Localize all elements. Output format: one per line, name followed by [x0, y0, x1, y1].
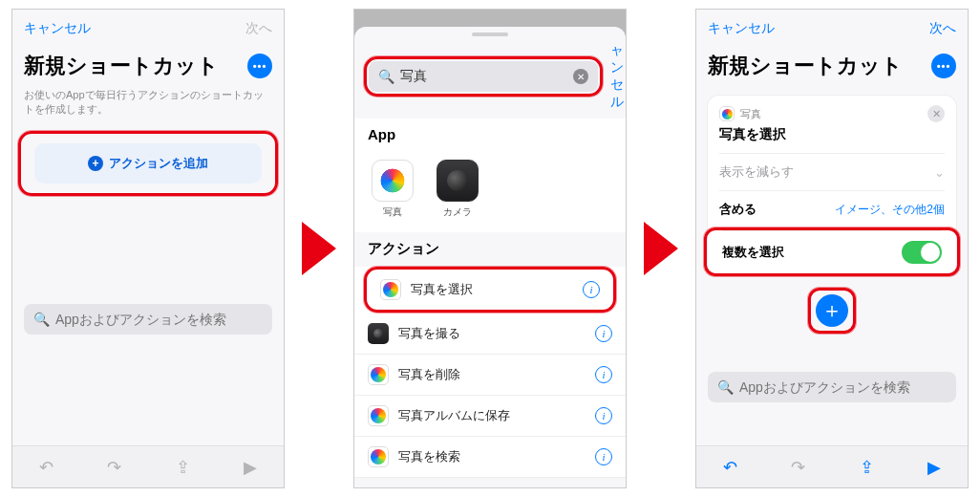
highlight-add-step: ＋	[696, 288, 968, 334]
navigation-bar: キャンセル 次へ	[12, 10, 284, 48]
action-take-photo[interactable]: 写真を撮る i	[354, 313, 626, 355]
add-action-label: アクションを追加	[109, 155, 208, 172]
arrow-icon	[644, 222, 678, 275]
app-camera-label: カメラ	[443, 205, 472, 219]
clear-search-icon[interactable]: ✕	[573, 69, 588, 84]
include-row[interactable]: 含める イメージ、その他2個	[719, 190, 945, 227]
bottom-toolbar: ↶ ↷ ⇪ ▶	[696, 445, 968, 487]
photos-icon	[719, 106, 735, 121]
app-photos-label: 写真	[383, 205, 402, 219]
search-icon: 🔍	[33, 312, 50, 327]
card-header: 写真 ✕	[719, 105, 945, 122]
photos-app-icon	[372, 160, 414, 202]
apps-row: 写真 カメラ	[354, 150, 626, 232]
action-card: 写真 ✕ 写真を選択 表示を減らす ⌄ 含める イメージ、その他2個 複数を選択	[708, 96, 956, 274]
show-less-row[interactable]: 表示を減らす ⌄	[719, 153, 945, 190]
card-app-label: 写真	[740, 107, 761, 121]
play-icon[interactable]: ▶	[927, 457, 941, 478]
action-label: 写真を撮る	[398, 325, 460, 342]
sheet-top-row: 🔍 ✕ ャンセル	[354, 36, 626, 113]
multi-select-toggle[interactable]	[902, 241, 942, 264]
photos-icon	[368, 364, 389, 385]
info-icon[interactable]: i	[595, 366, 612, 383]
photos-icon	[380, 279, 401, 300]
apps-header: App	[354, 119, 626, 150]
page-title-row: 新規ショートカット •••	[12, 48, 284, 88]
cancel-button[interactable]: キャンセル	[708, 20, 775, 37]
photos-icon	[368, 405, 389, 426]
bottom-toolbar: ↶ ↷ ⇪ ▶	[12, 445, 284, 487]
arrow-icon	[302, 222, 336, 275]
info-icon[interactable]: i	[595, 448, 612, 465]
camera-icon	[368, 323, 389, 344]
camera-app-icon	[437, 160, 479, 202]
search-input[interactable]	[400, 69, 567, 84]
card-action-title: 写真を選択	[719, 126, 945, 143]
action-picker-sheet: 🔍 ✕ ャンセル App 写真 カメラ アクション 写	[354, 27, 626, 487]
undo-icon[interactable]: ↶	[723, 457, 737, 478]
page-title: 新規ショートカット	[24, 52, 219, 80]
actions-list: 写真を選択 i 写真を撮る i 写真を削除 i 写真アルバムに保存 i	[354, 267, 626, 478]
multi-select-row: 複数を選択	[722, 230, 942, 273]
next-button[interactable]: 次へ	[245, 20, 272, 37]
action-save-album[interactable]: 写真アルバムに保存 i	[354, 396, 626, 437]
app-photos[interactable]: 写真	[372, 160, 414, 219]
page-title-row: 新規ショートカット •••	[696, 48, 968, 88]
highlight-select-photos: 写真を選択 i	[364, 267, 616, 313]
include-label: 含める	[719, 201, 756, 218]
play-icon[interactable]: ▶	[244, 457, 257, 478]
info-icon[interactable]: i	[595, 325, 612, 342]
page-title: 新規ショートカット	[708, 52, 903, 80]
search-bar[interactable]: 🔍	[708, 372, 956, 402]
action-label: 写真アルバムに保存	[398, 407, 510, 424]
remove-action-icon[interactable]: ✕	[927, 105, 945, 122]
screen-3-configure-action: キャンセル 次へ 新規ショートカット ••• 写真 ✕ 写真を選択 表示を減らす…	[695, 9, 969, 488]
actions-header: アクション	[354, 232, 626, 266]
search-bar[interactable]: 🔍 ✕	[369, 61, 598, 92]
screen-1-new-shortcut: キャンセル 次へ 新規ショートカット ••• お使いのAppで毎日行うアクション…	[11, 9, 285, 488]
search-icon: 🔍	[378, 69, 394, 84]
more-button[interactable]: •••	[931, 54, 956, 78]
more-button[interactable]: •••	[247, 54, 272, 78]
share-icon[interactable]: ⇪	[176, 457, 190, 478]
action-delete-photos[interactable]: 写真を削除 i	[354, 355, 626, 396]
plus-icon: +	[88, 156, 103, 171]
page-subtitle: お使いのAppで毎日行うアクションのショートカットを作成します。	[12, 88, 284, 127]
action-search-photos[interactable]: 写真を検索 i	[354, 437, 626, 478]
action-select-photos[interactable]: 写真を選択 i	[367, 270, 613, 310]
screen-2-action-picker: 🔍 ✕ ャンセル App 写真 カメラ アクション 写	[353, 9, 627, 488]
include-value: イメージ、その他2個	[835, 202, 945, 218]
multi-select-label: 複数を選択	[722, 244, 784, 261]
add-action-button[interactable]: + アクションを追加	[34, 143, 262, 184]
search-icon: 🔍	[717, 379, 734, 395]
info-icon[interactable]: i	[595, 407, 612, 424]
add-step-button[interactable]: ＋	[816, 294, 848, 327]
action-label: 写真を削除	[398, 366, 460, 383]
show-less-label: 表示を減らす	[719, 163, 794, 181]
photos-icon	[368, 446, 389, 467]
action-label: 写真を選択	[411, 281, 473, 298]
action-label: 写真を検索	[398, 448, 460, 465]
highlight-search: 🔍 ✕	[364, 56, 603, 97]
cancel-button[interactable]: キャンセル	[24, 20, 91, 37]
undo-icon[interactable]: ↶	[39, 457, 53, 478]
info-icon[interactable]: i	[583, 281, 600, 298]
redo-icon[interactable]: ↷	[107, 457, 121, 478]
search-input[interactable]	[739, 379, 947, 395]
search-input[interactable]	[55, 312, 263, 327]
redo-icon[interactable]: ↷	[791, 457, 805, 478]
next-button[interactable]: 次へ	[929, 20, 956, 37]
sheet-cancel-button[interactable]: ャンセル	[610, 42, 627, 111]
app-camera[interactable]: カメラ	[437, 160, 479, 219]
search-bar[interactable]: 🔍	[24, 304, 272, 335]
highlight-multi-select: 複数を選択	[704, 227, 960, 276]
highlight-add-action: + アクションを追加	[18, 131, 278, 196]
share-icon[interactable]: ⇪	[860, 457, 874, 478]
chevron-down-icon: ⌄	[934, 165, 945, 180]
navigation-bar: キャンセル 次へ	[696, 10, 968, 48]
